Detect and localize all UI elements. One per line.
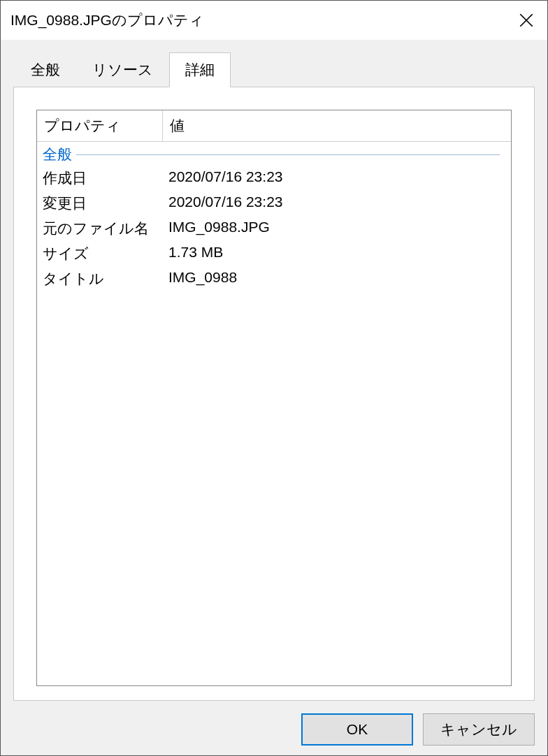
table-row[interactable]: タイトル IMG_0988 <box>37 266 511 291</box>
tab-details[interactable]: 詳細 <box>169 52 231 87</box>
dialog-footer: OK キャンセル <box>13 701 535 746</box>
prop-size: サイズ <box>37 244 163 263</box>
val-original-filename: IMG_0988.JPG <box>163 219 511 238</box>
tab-content-details: プロパティ 値 全般 作成日 2020/07/16 23:23 変更日 2020… <box>13 87 535 701</box>
val-size: 1.73 MB <box>163 244 511 263</box>
val-title: IMG_0988 <box>163 269 511 289</box>
properties-dialog: IMG_0988.JPGのプロパティ 全般 リソース 詳細 プロパティ 値 全般 <box>0 0 548 756</box>
column-header-value[interactable]: 値 <box>163 110 511 142</box>
table-header: プロパティ 値 <box>37 110 511 142</box>
property-table: プロパティ 値 全般 作成日 2020/07/16 23:23 変更日 2020… <box>36 110 512 686</box>
table-row[interactable]: 作成日 2020/07/16 23:23 <box>37 166 511 191</box>
column-header-property[interactable]: プロパティ <box>37 110 163 142</box>
tab-strip: 全般 リソース 詳細 <box>15 52 535 87</box>
tab-general[interactable]: 全般 <box>15 52 76 87</box>
titlebar: IMG_0988.JPGのプロパティ <box>1 1 547 40</box>
val-modified: 2020/07/16 23:23 <box>163 194 511 213</box>
tab-resource[interactable]: リソース <box>76 52 169 87</box>
ok-button[interactable]: OK <box>301 713 413 746</box>
group-divider <box>76 154 500 155</box>
table-body: 作成日 2020/07/16 23:23 変更日 2020/07/16 23:2… <box>37 166 511 685</box>
close-icon <box>519 13 533 27</box>
prop-created: 作成日 <box>37 168 163 188</box>
prop-original-filename: 元のファイル名 <box>37 219 163 238</box>
dialog-body: 全般 リソース 詳細 プロパティ 値 全般 作成日 2020/07/16 23:… <box>1 40 547 755</box>
group-label: 全般 <box>43 145 76 164</box>
val-created: 2020/07/16 23:23 <box>163 168 511 188</box>
table-row[interactable]: サイズ 1.73 MB <box>37 241 511 266</box>
group-general: 全般 <box>37 142 511 166</box>
window-title: IMG_0988.JPGのプロパティ <box>10 10 505 30</box>
prop-title: タイトル <box>37 269 163 289</box>
cancel-button[interactable]: キャンセル <box>423 713 535 746</box>
table-row[interactable]: 元のファイル名 IMG_0988.JPG <box>37 216 511 241</box>
close-button[interactable] <box>505 1 547 40</box>
prop-modified: 変更日 <box>37 194 163 213</box>
table-row[interactable]: 変更日 2020/07/16 23:23 <box>37 191 511 216</box>
